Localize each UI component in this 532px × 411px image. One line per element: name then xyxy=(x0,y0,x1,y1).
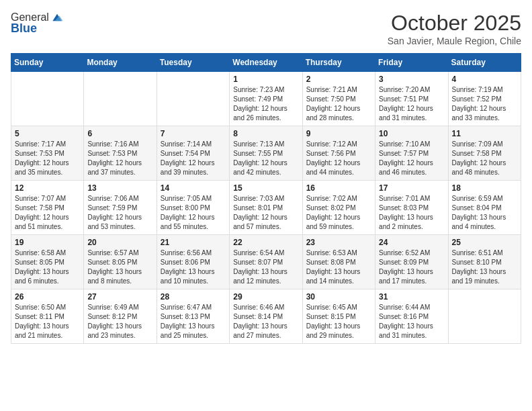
day-info: Sunrise: 7:16 AM Sunset: 7:53 PM Dayligh… xyxy=(87,140,152,177)
day-number: 19 xyxy=(15,238,80,247)
day-info: Sunrise: 7:09 AM Sunset: 7:58 PM Dayligh… xyxy=(452,140,517,177)
calendar-cell: 20Sunrise: 6:57 AM Sunset: 8:05 PM Dayli… xyxy=(84,235,157,289)
day-number: 6 xyxy=(87,129,152,138)
calendar-week-row: 26Sunrise: 6:50 AM Sunset: 8:11 PM Dayli… xyxy=(11,289,521,344)
calendar-day-header: Thursday xyxy=(302,54,375,72)
calendar-cell: 12Sunrise: 7:07 AM Sunset: 7:58 PM Dayli… xyxy=(11,181,84,235)
day-info: Sunrise: 6:59 AM Sunset: 8:04 PM Dayligh… xyxy=(452,194,517,232)
logo-icon xyxy=(50,11,64,24)
calendar-day-header: Monday xyxy=(84,54,157,72)
day-info: Sunrise: 6:52 AM Sunset: 8:09 PM Dayligh… xyxy=(379,248,444,286)
day-info: Sunrise: 6:54 AM Sunset: 8:07 PM Dayligh… xyxy=(233,248,298,286)
day-number: 8 xyxy=(233,129,298,138)
day-info: Sunrise: 6:51 AM Sunset: 8:10 PM Dayligh… xyxy=(452,248,517,286)
day-number: 18 xyxy=(452,183,517,193)
calendar-cell: 24Sunrise: 6:52 AM Sunset: 8:09 PM Dayli… xyxy=(375,235,448,289)
calendar-cell: 6Sunrise: 7:16 AM Sunset: 7:53 PM Daylig… xyxy=(84,126,157,181)
calendar-week-row: 1Sunrise: 7:23 AM Sunset: 7:49 PM Daylig… xyxy=(11,72,521,126)
calendar-cell: 10Sunrise: 7:10 AM Sunset: 7:57 PM Dayli… xyxy=(375,126,448,181)
day-info: Sunrise: 7:17 AM Sunset: 7:53 PM Dayligh… xyxy=(15,140,80,177)
calendar-cell: 9Sunrise: 7:12 AM Sunset: 7:56 PM Daylig… xyxy=(302,126,375,181)
day-number: 28 xyxy=(161,292,226,302)
day-info: Sunrise: 6:58 AM Sunset: 8:05 PM Dayligh… xyxy=(15,248,80,286)
day-info: Sunrise: 7:14 AM Sunset: 7:54 PM Dayligh… xyxy=(161,140,226,177)
calendar-header-row: SundayMondayTuesdayWednesdayThursdayFrid… xyxy=(11,54,521,72)
calendar-cell: 27Sunrise: 6:49 AM Sunset: 8:12 PM Dayli… xyxy=(84,289,157,344)
calendar-cell: 14Sunrise: 7:05 AM Sunset: 8:00 PM Dayli… xyxy=(157,181,229,235)
day-info: Sunrise: 7:21 AM Sunset: 7:50 PM Dayligh… xyxy=(306,85,371,123)
day-info: Sunrise: 7:23 AM Sunset: 7:49 PM Dayligh… xyxy=(233,85,298,123)
calendar-cell: 4Sunrise: 7:19 AM Sunset: 7:52 PM Daylig… xyxy=(448,72,521,126)
day-number: 7 xyxy=(161,129,226,138)
day-info: Sunrise: 7:05 AM Sunset: 8:00 PM Dayligh… xyxy=(161,194,226,232)
day-number: 24 xyxy=(379,238,444,247)
calendar-cell: 18Sunrise: 6:59 AM Sunset: 8:04 PM Dayli… xyxy=(448,181,521,235)
day-number: 25 xyxy=(452,238,517,247)
day-info: Sunrise: 6:56 AM Sunset: 8:06 PM Dayligh… xyxy=(161,248,226,286)
day-info: Sunrise: 6:53 AM Sunset: 8:08 PM Dayligh… xyxy=(306,248,371,286)
day-number: 5 xyxy=(15,129,80,138)
day-number: 16 xyxy=(306,183,371,193)
day-info: Sunrise: 7:02 AM Sunset: 8:02 PM Dayligh… xyxy=(306,194,371,232)
calendar-cell: 29Sunrise: 6:46 AM Sunset: 8:14 PM Dayli… xyxy=(230,289,302,344)
calendar-day-header: Wednesday xyxy=(230,54,302,72)
calendar-cell: 15Sunrise: 7:03 AM Sunset: 8:01 PM Dayli… xyxy=(230,181,302,235)
calendar-cell: 31Sunrise: 6:44 AM Sunset: 8:16 PM Dayli… xyxy=(375,289,448,344)
day-number: 10 xyxy=(379,129,444,138)
day-info: Sunrise: 6:46 AM Sunset: 8:14 PM Dayligh… xyxy=(233,303,298,340)
day-number: 15 xyxy=(233,183,298,193)
calendar-cell xyxy=(11,72,84,126)
calendar-day-header: Saturday xyxy=(448,54,521,72)
calendar-week-row: 12Sunrise: 7:07 AM Sunset: 7:58 PM Dayli… xyxy=(11,181,521,235)
calendar-cell xyxy=(448,289,521,344)
page-header: General Blue October 2025 San Javier, Ma… xyxy=(11,11,521,46)
title-section: October 2025 San Javier, Maule Region, C… xyxy=(388,11,521,46)
day-number: 3 xyxy=(379,75,444,84)
day-info: Sunrise: 6:50 AM Sunset: 8:11 PM Dayligh… xyxy=(15,303,80,340)
day-number: 20 xyxy=(87,238,152,247)
calendar-cell: 22Sunrise: 6:54 AM Sunset: 8:07 PM Dayli… xyxy=(230,235,302,289)
calendar-cell: 23Sunrise: 6:53 AM Sunset: 8:08 PM Dayli… xyxy=(302,235,375,289)
day-info: Sunrise: 7:13 AM Sunset: 7:55 PM Dayligh… xyxy=(233,140,298,177)
day-number: 26 xyxy=(15,292,80,302)
calendar-cell: 28Sunrise: 6:47 AM Sunset: 8:13 PM Dayli… xyxy=(157,289,229,344)
day-info: Sunrise: 7:19 AM Sunset: 7:52 PM Dayligh… xyxy=(452,85,517,123)
calendar-day-header: Tuesday xyxy=(157,54,229,72)
calendar-table: SundayMondayTuesdayWednesdayThursdayFrid… xyxy=(11,53,521,344)
calendar-cell: 30Sunrise: 6:45 AM Sunset: 8:15 PM Dayli… xyxy=(302,289,375,344)
day-info: Sunrise: 6:45 AM Sunset: 8:15 PM Dayligh… xyxy=(306,303,371,340)
calendar-day-header: Friday xyxy=(375,54,448,72)
day-number: 27 xyxy=(87,292,152,302)
day-info: Sunrise: 7:12 AM Sunset: 7:56 PM Dayligh… xyxy=(306,140,371,177)
calendar-cell: 1Sunrise: 7:23 AM Sunset: 7:49 PM Daylig… xyxy=(230,72,302,126)
calendar-week-row: 5Sunrise: 7:17 AM Sunset: 7:53 PM Daylig… xyxy=(11,126,521,181)
calendar-cell: 11Sunrise: 7:09 AM Sunset: 7:58 PM Dayli… xyxy=(448,126,521,181)
calendar-cell: 5Sunrise: 7:17 AM Sunset: 7:53 PM Daylig… xyxy=(11,126,84,181)
day-number: 9 xyxy=(306,129,371,138)
day-info: Sunrise: 7:20 AM Sunset: 7:51 PM Dayligh… xyxy=(379,85,444,123)
calendar-cell xyxy=(84,72,157,126)
day-info: Sunrise: 6:44 AM Sunset: 8:16 PM Dayligh… xyxy=(379,303,444,340)
calendar-cell: 8Sunrise: 7:13 AM Sunset: 7:55 PM Daylig… xyxy=(230,126,302,181)
day-info: Sunrise: 6:57 AM Sunset: 8:05 PM Dayligh… xyxy=(87,248,152,286)
day-number: 1 xyxy=(233,75,298,84)
day-info: Sunrise: 6:49 AM Sunset: 8:12 PM Dayligh… xyxy=(87,303,152,340)
day-number: 2 xyxy=(306,75,371,84)
day-number: 29 xyxy=(233,292,298,302)
calendar-cell: 16Sunrise: 7:02 AM Sunset: 8:02 PM Dayli… xyxy=(302,181,375,235)
calendar-cell xyxy=(157,72,229,126)
month-year: October 2025 xyxy=(388,11,521,36)
day-info: Sunrise: 6:47 AM Sunset: 8:13 PM Dayligh… xyxy=(161,303,226,340)
calendar-cell: 3Sunrise: 7:20 AM Sunset: 7:51 PM Daylig… xyxy=(375,72,448,126)
day-info: Sunrise: 7:01 AM Sunset: 8:03 PM Dayligh… xyxy=(379,194,444,232)
day-number: 4 xyxy=(452,75,517,84)
day-number: 17 xyxy=(379,183,444,193)
day-number: 11 xyxy=(452,129,517,138)
day-number: 14 xyxy=(161,183,226,193)
day-info: Sunrise: 7:06 AM Sunset: 7:59 PM Dayligh… xyxy=(87,194,152,232)
day-number: 21 xyxy=(161,238,226,247)
calendar-week-row: 19Sunrise: 6:58 AM Sunset: 8:05 PM Dayli… xyxy=(11,235,521,289)
calendar-cell: 13Sunrise: 7:06 AM Sunset: 7:59 PM Dayli… xyxy=(84,181,157,235)
calendar-cell: 25Sunrise: 6:51 AM Sunset: 8:10 PM Dayli… xyxy=(448,235,521,289)
logo: General Blue xyxy=(11,11,64,36)
